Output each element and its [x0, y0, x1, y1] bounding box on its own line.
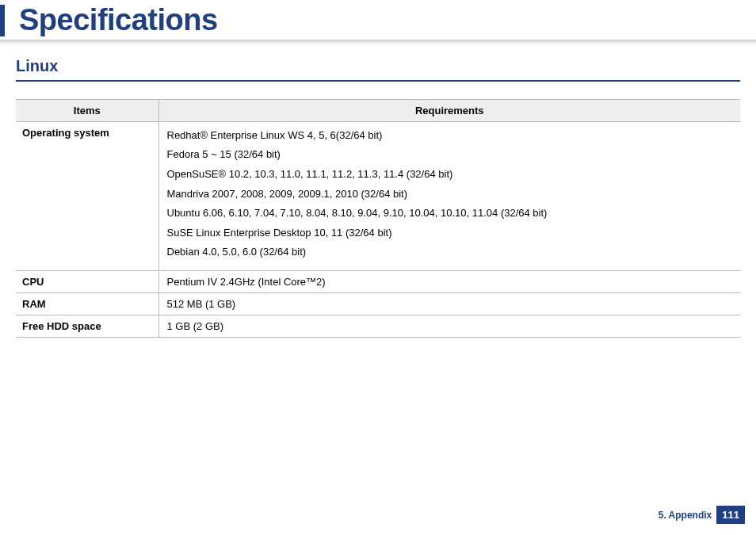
content-area: Linux Items Requirements Operating syste…: [0, 46, 756, 338]
os-entry: SuSE Linux Enterprise Desktop 10, 11 (32…: [167, 227, 733, 239]
cell-item: RAM: [16, 293, 158, 315]
page-title: Specifications: [0, 5, 756, 36]
section-heading: Linux: [16, 57, 740, 75]
table-row: CPU Pentium IV 2.4GHz (Intel Core™2): [16, 271, 740, 293]
os-entry: Ubuntu 6.06, 6.10, 7.04, 7.10, 8.04, 8.1…: [167, 207, 733, 220]
os-entry: Debian 4.0, 5.0, 6.0 (32/64 bit): [167, 246, 733, 258]
table-header-row: Items Requirements: [16, 99, 740, 121]
os-entry: Redhat® Enterprise Linux WS 4, 5, 6(32/6…: [167, 129, 733, 142]
table-row: RAM 512 MB (1 GB): [16, 293, 740, 315]
cell-item: Operating system: [16, 121, 158, 270]
os-entry: Mandriva 2007, 2008, 2009, 2009.1, 2010 …: [167, 188, 733, 201]
cell-requirements: 512 MB (1 GB): [158, 293, 740, 315]
col-header-items: Items: [16, 99, 158, 121]
footer-page-number: 111: [716, 506, 745, 524]
cell-requirements: Pentium IV 2.4GHz (Intel Core™2): [158, 271, 740, 293]
table-row: Free HDD space 1 GB (2 GB): [16, 315, 740, 338]
cell-item: CPU: [16, 271, 158, 293]
col-header-requirements: Requirements: [158, 99, 740, 121]
table-row: Operating system Redhat® Enterprise Linu…: [16, 121, 740, 270]
page-header: Specifications: [0, 0, 756, 46]
os-entry: Fedora 5 ~ 15 (32/64 bit): [167, 148, 733, 161]
spec-table: Items Requirements Operating system Redh…: [16, 99, 740, 338]
title-rule: [0, 40, 756, 46]
cell-requirements: Redhat® Enterprise Linux WS 4, 5, 6(32/6…: [158, 121, 740, 270]
cell-requirements: 1 GB (2 GB): [158, 315, 740, 338]
footer-chapter: 5. Appendix: [659, 510, 712, 521]
os-entry: OpenSuSE® 10.2, 10.3, 11.0, 11.1, 11.2, …: [167, 168, 733, 181]
section-rule: [16, 80, 740, 82]
cell-item: Free HDD space: [16, 315, 158, 338]
page-footer: 5. Appendix 111: [659, 506, 745, 524]
